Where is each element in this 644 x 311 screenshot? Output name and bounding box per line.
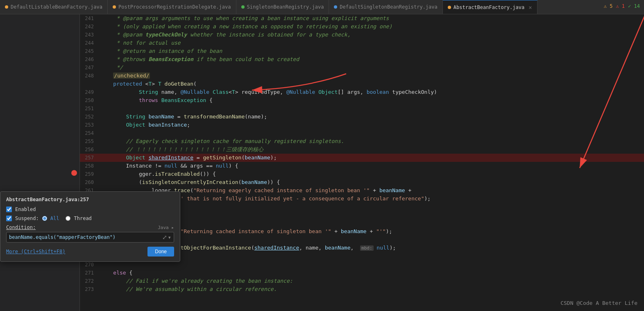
table-row: 255 // Eagerly check singleton cache for… — [80, 137, 644, 145]
table-row: 253 Object beanInstance; — [80, 121, 644, 129]
suspend-checkbox[interactable] — [6, 216, 12, 221]
table-row: 246 * @throws BeansException if the bean… — [80, 55, 644, 64]
table-row: 242 * (only applied when creating a new … — [80, 23, 644, 31]
watermark: CSDN @Code A Better Life — [560, 300, 637, 306]
tab-SingletonBeanRegistry[interactable]: SingletonBeanRegistry.java — [236, 0, 329, 14]
table-row: 252 String beanName = transformedBeanNam… — [80, 113, 644, 121]
done-button[interactable]: Done — [147, 247, 174, 257]
tab-label: DefaultListableBeanFactory.java — [11, 4, 102, 10]
code-editor[interactable]: 241 * @param args arguments to use when … — [80, 14, 644, 311]
breakpoint-indicator — [0, 170, 79, 176]
tab-bar: DefaultListableBeanFactory.java PostProc… — [0, 0, 644, 14]
dropdown-icon[interactable]: ▾ — [168, 234, 171, 241]
tab-label: AbstractBeanFactory.java — [454, 5, 524, 10]
suspend-row: Suspend: All Thread — [6, 216, 174, 221]
table-row: 241 * @param args arguments to use when … — [80, 14, 644, 23]
popup-title: AbstractBeanFactory.java:257 — [6, 197, 174, 202]
tab-dot-icon — [334, 5, 337, 9]
tab-label: SingletonBeanRegistry.java — [247, 4, 324, 10]
table-row: 258 Instance != null && args == null) { — [80, 162, 644, 170]
table-row: 271 else { — [80, 269, 644, 277]
table-row: 254 — [80, 129, 644, 137]
thread-label: Thread — [74, 216, 91, 221]
tab-AbstractBeanFactory[interactable]: AbstractBeanFactory.java × — [443, 0, 537, 14]
table-row: 251 — [80, 104, 644, 113]
enabled-label: Enabled — [15, 207, 36, 212]
tab-dot-icon — [113, 5, 116, 9]
tab-close-icon[interactable]: × — [528, 4, 532, 11]
table-row: 273 // We're assumably within a circular… — [80, 285, 644, 293]
table-row: 245 * @return an instance of the bean — [80, 47, 644, 55]
tab-DefaultListableBeanFactory[interactable]: DefaultListableBeanFactory.java — [0, 0, 108, 14]
table-row: 250 throws BeansException { — [80, 96, 644, 104]
table-row-highlighted: 257 Object sharedInstance = getSingleton… — [80, 154, 644, 162]
condition-lang: Java ▸ — [158, 225, 174, 230]
tab-label: DefaultSingletonBeanRegistry.java — [340, 4, 437, 10]
table-row: 259 gger.isTraceEnabled()) { — [80, 170, 644, 178]
all-radio[interactable] — [42, 216, 47, 221]
ok-count: ✓ 14 — [628, 3, 640, 9]
table-row: 270 — [80, 261, 644, 269]
expand-icon[interactable]: ⤢ — [162, 234, 167, 241]
enabled-checkbox[interactable] — [6, 207, 12, 212]
tab-DefaultSingletonBeanRegistry[interactable]: DefaultSingletonBeanRegistry.java — [329, 0, 442, 14]
table-row: 243 * @param typeCheckOnly whether the i… — [80, 31, 644, 39]
table-row: 272 // Fail if we're already creating th… — [80, 277, 644, 285]
tab-dot-icon — [448, 6, 451, 9]
left-gutter: AbstractBeanFactory.java:257 Enabled Sus… — [0, 14, 80, 311]
breakpoint-popup: AbstractBeanFactory.java:257 Enabled Sus… — [0, 191, 180, 262]
tab-dot-icon — [241, 5, 245, 9]
suspend-label: Suspend: — [15, 216, 39, 221]
table-row: 256 // ！！！！！！！！！！！！！！！！！三级缓存的核心 — [80, 145, 644, 154]
breakpoint-dot[interactable] — [71, 170, 77, 176]
table-row: 244 * not for actual use — [80, 39, 644, 47]
enabled-row: Enabled — [6, 207, 174, 212]
warning-count: ⚠ 5 — [604, 3, 613, 9]
table-row: 248 /unchecked/ protected <T> T doGetBea… — [80, 72, 644, 88]
condition-label: Condition: — [6, 225, 36, 230]
tab-PostProcessorRegistrationDelegate[interactable]: PostProcessorRegistrationDelegate.java — [108, 0, 236, 14]
table-row: 247 */ — [80, 64, 644, 72]
table-row: 260 (isSingletonCurrentlyInCreation(bean… — [80, 178, 644, 186]
condition-input-wrap[interactable]: ⤢ ▾ — [6, 232, 174, 243]
condition-input[interactable] — [9, 234, 161, 240]
all-label: All — [50, 216, 59, 221]
thread-radio[interactable] — [66, 216, 70, 221]
popup-footer: More (Ctrl+Shift+F8) Done — [6, 247, 174, 257]
table-row: 249 String name, @Nullable Class<T> requ… — [80, 88, 644, 96]
tab-dot-icon — [5, 5, 8, 9]
status-bar-top: ⚠ 5 ⚠ 1 ✓ 14 — [604, 3, 640, 9]
tab-label: PostProcessorRegistrationDelegate.java — [118, 4, 231, 10]
error-count: ⚠ 1 — [616, 3, 625, 9]
more-link[interactable]: More (Ctrl+Shift+F8) — [6, 249, 66, 254]
editor-area: AbstractBeanFactory.java:257 Enabled Sus… — [0, 14, 644, 311]
